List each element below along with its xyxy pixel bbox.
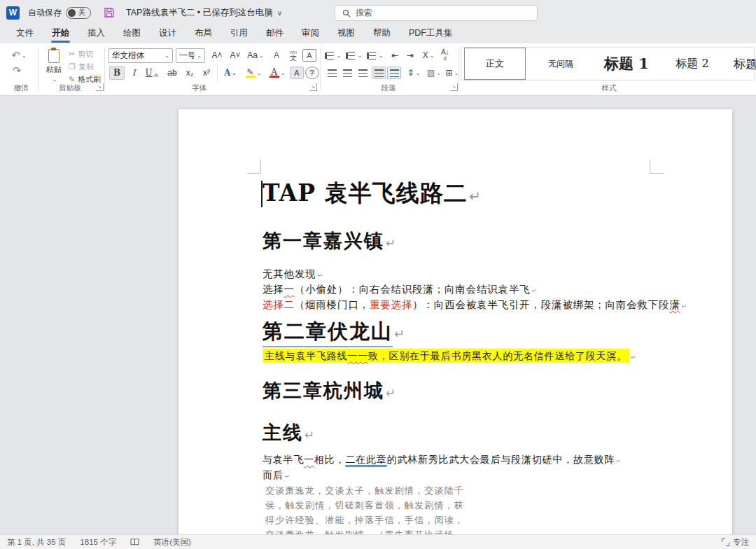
autosave-toggle[interactable]: 关 [66,7,91,19]
font-name-value: 华文楷体 [112,50,144,61]
align-center-icon [343,69,352,77]
clipboard-dialog-launcher[interactable]: ↘ [96,83,104,91]
document-title-menu[interactable]: TAP路线袁半飞二 • 已保存到这台电脑 ∨ [126,7,282,19]
change-case-button[interactable]: Aa ⌄ [245,48,266,62]
bold-icon: B [113,68,120,78]
tab-layout[interactable]: 布局 [187,25,220,43]
text-effects-button[interactable]: A ⌄ [220,66,241,80]
distributed-icon [390,69,399,77]
document-page[interactable]: TAP 袁半飞线路二↵ 第一章嘉兴镇↵ 无其他发现↵ 选择一（小偷处）：向右会结… [178,109,732,534]
tab-mailings[interactable]: 邮件 [258,25,291,43]
align-right-button[interactable] [356,67,369,78]
spellcheck-wavy-text: 一一 [347,350,368,361]
style-title[interactable]: 标题 [724,48,756,80]
bullets-button[interactable]: ⌄ [324,50,344,61]
enclose-characters-button[interactable]: 字 [305,67,319,79]
undo-icon: ↶ [11,49,20,62]
red-emphasis-text: 选择二 [262,299,295,310]
decrease-indent-button[interactable]: ⇤ [387,48,402,62]
tab-references[interactable]: 引用 [223,25,255,43]
tab-pdf-tools[interactable]: PDF工具集 [401,25,461,43]
tab-view[interactable]: 视图 [330,25,363,43]
style-no-spacing[interactable]: 无间隔 [531,48,590,80]
cut-button[interactable]: ✂ 剪切 [69,49,93,60]
character-border-icon: A [307,51,312,60]
tab-insert[interactable]: 插入 [80,25,113,43]
redo-button[interactable]: ↷ [10,64,24,77]
tab-draw[interactable]: 绘图 [115,25,148,43]
numbering-button[interactable]: ⌄ [345,50,365,61]
underline-button[interactable]: U ⌄ [141,66,162,80]
styles-gallery: 正文 无间隔 标题 1 标题 2 标题 [461,47,755,81]
style-normal[interactable]: 正文 [464,48,526,80]
asian-layout-button[interactable]: X ⌄ [419,48,438,62]
strikethrough-button[interactable]: ab [164,66,181,80]
paragraph-dialog-launcher[interactable]: ↘ [450,83,458,91]
chevron-down-icon: ⌄ [430,53,435,59]
font-dialog-launcher[interactable]: ↘ [309,83,317,91]
bold-button[interactable]: B [109,66,125,80]
word-count[interactable]: 1815 个字 [73,537,123,548]
search-icon [342,9,351,18]
bullets-icon [327,52,334,60]
copy-button[interactable]: ❐ 复制 [69,62,94,72]
character-border-button[interactable]: A [302,49,316,62]
sort-icon: A↓Z [441,49,449,62]
paragraph-mark-icon: ↵ [318,272,323,279]
paragraph-mark-icon: ↵ [616,457,622,464]
page-indicator[interactable]: 第 1 页, 共 35 页 [0,537,73,548]
tab-home[interactable]: 开始 [44,25,77,43]
increase-indent-button[interactable]: ⇥ [402,48,418,62]
tab-file[interactable]: 文件 [8,25,41,43]
subscript-button[interactable]: x₂ [182,66,197,80]
body-text: 而后 [262,469,284,480]
clear-formatting-button[interactable]: A [269,48,284,62]
body-line-none-found: 无其他发现↵ [262,267,323,281]
focus-mode-button[interactable]: 专注 [715,537,756,548]
font-name-combobox[interactable]: 华文楷体 ⌄ [108,48,173,63]
style-heading-1[interactable]: 标题 1 [593,48,660,80]
font-color-button[interactable]: A ⌄ [266,66,288,80]
phonetic-guide-button[interactable]: win文 [286,48,301,62]
highlight-color-button[interactable]: ✎ ⌄ [242,66,265,80]
sort-button[interactable]: A↓Z [438,48,453,62]
paste-button[interactable]: 粘贴 ⌄ [42,48,66,84]
align-left-button[interactable] [326,67,338,78]
style-heading-2[interactable]: 标题 2 [663,48,722,80]
font-size-combobox[interactable]: 一号 ⌄ [176,48,205,63]
proofing-status[interactable] [123,538,146,546]
font-color-icon: A [270,68,279,78]
justify-button[interactable] [372,67,386,79]
align-center-button[interactable] [341,67,354,78]
shading-icon: ▨ [427,68,435,78]
doc-title-text: TAP 袁半飞线路二 [262,179,468,207]
chevron-down-icon: ⌄ [22,53,27,59]
red-emphasis-text: 重要选择 [370,299,412,310]
paste-label: 粘贴 [46,64,62,75]
tab-design[interactable]: 设计 [151,25,184,43]
distributed-button[interactable] [387,67,401,79]
body-text: 相比， [314,454,345,465]
grow-font-icon: A˄ [211,50,222,60]
language-indicator[interactable]: 英语(美国) [146,537,198,548]
tab-help[interactable]: 帮助 [365,25,398,43]
shrink-font-button[interactable]: A˅ [227,48,244,62]
change-case-icon: Aa [247,50,258,60]
justify-icon [374,69,384,77]
undo-button[interactable]: ↶ ⌄ [10,49,28,62]
shading-button[interactable]: ▨ ⌄ [425,66,443,80]
line-spacing-button[interactable]: ⇕ ⌄ [404,66,424,80]
copy-icon: ❐ [69,62,76,71]
superscript-button[interactable]: x² [199,66,214,80]
tab-review[interactable]: 审阅 [294,25,327,43]
chevron-down-icon: ⌄ [52,76,57,83]
character-shading-button[interactable]: A [290,67,304,79]
save-button[interactable] [101,4,118,21]
body-text: 与袁半飞 [262,454,304,465]
italic-button[interactable]: I [127,66,140,80]
cut-label: 剪切 [78,49,93,60]
search-input[interactable]: 搜索 [335,5,538,21]
multilevel-list-button[interactable]: ⌄ [366,50,386,61]
grow-font-button[interactable]: A˄ [209,48,225,62]
highlighted-line: 主线与袁半飞路线一一致，区别在于最后书房黑衣人的无名信件送给了段天溟。↵ [262,350,636,363]
